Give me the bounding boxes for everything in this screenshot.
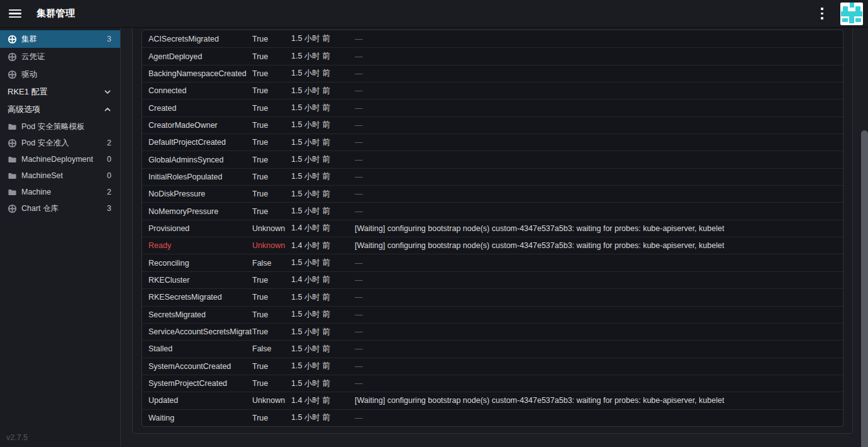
globe-icon (8, 70, 17, 79)
condition-message-cell: — (355, 327, 843, 336)
sidebar-item-label: Machine (21, 188, 51, 196)
condition-time-cell: 1.4 小时 前 (291, 240, 355, 251)
table-row: SystemAccountCreatedTrue1.5 小时 前— (142, 358, 843, 375)
folder-icon (8, 122, 17, 132)
sidebar-item-count: 2 (107, 139, 111, 147)
sidebar-item-label: Pod 安全策略模板 (21, 122, 85, 132)
condition-time-cell: 1.5 小时 前 (291, 33, 355, 44)
globe-icon (8, 139, 17, 148)
condition-status-cell: True (252, 156, 291, 164)
sidebar-item-5[interactable]: Pod 安全策略模板 (0, 118, 120, 135)
condition-time-cell: 1.5 小时 前 (291, 257, 355, 268)
vertical-scrollbar-thumb[interactable] (861, 130, 868, 447)
sidebar-item-label: 集群 (21, 34, 37, 45)
condition-message-cell: [Waiting] configuring bootstrap node(s) … (355, 396, 843, 405)
condition-time-cell: 1.5 小时 前 (291, 171, 355, 182)
condition-message-cell: — (355, 362, 843, 371)
table-row: NoMemoryPressureTrue1.5 小时 前— (142, 202, 843, 219)
table-row: ReconcilingFalse1.5 小时 前— (142, 254, 843, 271)
chevron-down-icon (104, 88, 111, 96)
app-window: 集群管理 集群3云凭证驱动RKE1 配置高级选项Pod 安全策略模板Pod 安全… (0, 0, 868, 447)
sidebar-item-count: 0 (107, 155, 111, 164)
condition-message-cell: — (355, 190, 843, 198)
hamburger-menu-icon[interactable] (9, 9, 21, 18)
condition-message-cell: — (355, 69, 843, 78)
sidebar-item-1[interactable]: 云凭证 (0, 48, 120, 65)
condition-message-cell: — (355, 138, 843, 147)
condition-time-cell: 1.5 小时 前 (291, 68, 355, 79)
condition-status-cell: True (252, 86, 291, 95)
kebab-menu-icon[interactable] (818, 8, 826, 20)
sidebar-item-10[interactable]: Chart 仓库3 (0, 200, 120, 217)
table-row: RKESecretsMigratedTrue1.5 小时 前— (142, 288, 843, 305)
conditions-table: ACISecretsMigratedTrue1.5 小时 前—AgentDepl… (142, 30, 843, 427)
condition-status-cell: True (252, 69, 291, 78)
condition-name-cell: NoDiskPressure (142, 190, 252, 198)
condition-message-cell: — (355, 173, 843, 181)
condition-name-cell: RKECluster (142, 276, 252, 285)
table-row: ConnectedTrue1.5 小时 前— (142, 82, 843, 99)
condition-time-cell: 1.4 小时 前 (291, 223, 355, 234)
condition-name-cell: SecretsMigrated (142, 310, 252, 319)
condition-time-cell: 1.5 小时 前 (291, 103, 355, 113)
condition-time-cell: 1.4 小时 前 (291, 274, 355, 285)
condition-time-cell: 1.5 小时 前 (291, 86, 355, 96)
condition-name-cell: AgentDeployed (142, 52, 252, 61)
sidebar-item-9[interactable]: Machine2 (0, 184, 120, 200)
condition-message-cell: — (355, 207, 843, 216)
folder-icon (8, 171, 17, 181)
content-panel: ACISecretsMigratedTrue1.5 小时 前—AgentDepl… (132, 28, 853, 434)
condition-status-cell: Unknown (252, 224, 291, 233)
globe-icon (8, 52, 17, 62)
condition-status-cell: True (252, 190, 291, 198)
folder-icon (8, 188, 17, 197)
sidebar-item-7[interactable]: MachineDeployment0 (0, 151, 120, 167)
condition-name-cell: Ready (142, 241, 252, 250)
sidebar-item-2[interactable]: 驱动 (0, 65, 120, 83)
condition-message-cell: — (355, 121, 843, 130)
table-row: ProvisionedUnknown1.4 小时 前[Waiting] conf… (142, 220, 843, 237)
sidebar-item-label: 驱动 (21, 69, 37, 80)
sidebar-group-label: 高级选项 (8, 104, 40, 115)
table-row: CreatorMadeOwnerTrue1.5 小时 前— (142, 116, 843, 133)
condition-message-cell: [Waiting] configuring bootstrap node(s) … (355, 224, 843, 233)
condition-status-cell: True (252, 138, 291, 147)
table-row: ServiceAccountSecretsMigratedTrue1.5 小时 … (142, 323, 843, 340)
condition-time-cell: 1.5 小时 前 (291, 412, 355, 423)
condition-time-cell: 1.5 小时 前 (291, 361, 355, 371)
rancher-logo[interactable] (840, 3, 863, 25)
condition-name-cell: Updated (142, 396, 252, 405)
condition-name-cell: ACISecretsMigrated (142, 35, 252, 43)
condition-status-cell: True (252, 327, 291, 336)
condition-message-cell: — (355, 86, 843, 95)
sidebar-item-0[interactable]: 集群3 (0, 30, 120, 48)
condition-time-cell: 1.5 小时 前 (291, 154, 355, 165)
sidebar-group-3[interactable]: RKE1 配置 (0, 83, 120, 101)
condition-name-cell: Connected (142, 86, 252, 95)
main-content: ACISecretsMigratedTrue1.5 小时 前—AgentDepl… (121, 28, 868, 447)
condition-time-cell: 1.5 小时 前 (291, 206, 355, 217)
sidebar-item-count: 3 (107, 204, 111, 213)
app-header: 集群管理 (0, 0, 868, 28)
sidebar-group-4[interactable]: 高级选项 (0, 101, 120, 118)
condition-status-cell: True (252, 276, 291, 285)
condition-message-cell: — (355, 35, 843, 43)
table-row: ReadyUnknown1.4 小时 前[Waiting] configurin… (142, 237, 843, 254)
condition-name-cell: Reconciling (142, 259, 252, 268)
version-label: v2.7.5 (6, 433, 28, 442)
condition-message-cell: — (355, 310, 843, 319)
condition-name-cell: NoMemoryPressure (142, 207, 252, 216)
condition-message-cell: — (355, 259, 843, 268)
sidebar-nav: 集群3云凭证驱动RKE1 配置高级选项Pod 安全策略模板Pod 安全准入2Ma… (0, 28, 120, 217)
sidebar-item-count: 2 (107, 188, 111, 196)
condition-status-cell: True (252, 35, 291, 43)
sidebar-item-count: 0 (107, 171, 111, 180)
condition-time-cell: 1.5 小时 前 (291, 378, 355, 389)
sidebar-item-6[interactable]: Pod 安全准入2 (0, 135, 120, 151)
table-row: InitialRolesPopulatedTrue1.5 小时 前— (142, 168, 843, 185)
condition-time-cell: 1.4 小时 前 (291, 395, 355, 406)
condition-message-cell: — (355, 104, 843, 113)
condition-status-cell: True (252, 414, 291, 422)
sidebar-item-label: Chart 仓库 (21, 203, 58, 214)
sidebar-item-8[interactable]: MachineSet0 (0, 167, 120, 184)
